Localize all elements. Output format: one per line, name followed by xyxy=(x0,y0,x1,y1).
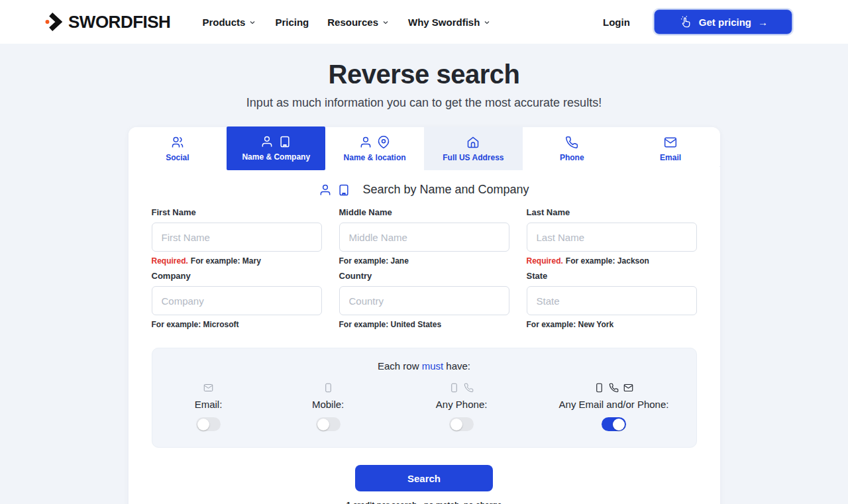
person-icon xyxy=(319,183,332,197)
field-last-name: Last Name Required.For example: Jackson xyxy=(527,207,697,266)
field-first-name: First Name Required.For example: Mary xyxy=(152,207,322,266)
chevron-down-icon xyxy=(248,19,256,26)
requirement-any-email-phone: Any Email and/or Phone: xyxy=(532,382,696,431)
top-navbar: SWORDFISH Products Pricing Resources Why… xyxy=(0,0,848,44)
swordfish-logo[interactable]: SWORDFISH xyxy=(45,12,170,32)
building-icon xyxy=(337,183,350,197)
row-requirements-panel: Each row must have: Email: Mobile: xyxy=(152,348,697,448)
email-icon xyxy=(664,136,677,149)
users-icon xyxy=(171,136,184,149)
mobile-icon xyxy=(323,383,333,393)
field-label: Company xyxy=(152,271,322,281)
must-emphasis: must xyxy=(422,360,444,372)
field-label: First Name xyxy=(152,207,322,217)
phone-icon xyxy=(609,383,619,393)
requirement-mobile: Mobile: xyxy=(264,382,391,431)
field-label: Middle Name xyxy=(339,207,509,217)
section-title: Search by Name and Company xyxy=(152,183,697,197)
building-icon xyxy=(278,135,292,148)
requirement-any-phone: Any Phone: xyxy=(392,382,532,431)
field-label: Last Name xyxy=(527,207,697,217)
home-icon xyxy=(466,136,480,149)
tab-full-us-address[interactable]: Full US Address xyxy=(424,127,523,170)
toggle-knob xyxy=(197,419,209,430)
tab-email[interactable]: Email xyxy=(621,127,720,170)
requirement-label: Any Email and/or Phone: xyxy=(559,399,669,410)
page-subtitle: Input as much information you can to get… xyxy=(0,96,848,110)
field-helper: For example: New York xyxy=(527,320,697,329)
toggle-knob xyxy=(613,419,625,430)
requirement-email: Email: xyxy=(152,382,265,431)
field-country: Country For example: United States xyxy=(339,271,509,329)
phone-icon xyxy=(565,136,578,149)
hero-section: Reverse search Input as much information… xyxy=(0,44,848,110)
requirement-label: Mobile: xyxy=(312,399,344,410)
mobile-icon xyxy=(594,383,604,393)
get-pricing-label: Get pricing xyxy=(699,17,751,28)
swordfish-chevron-icon xyxy=(45,12,62,32)
tab-social[interactable]: Social xyxy=(129,127,227,170)
search-button[interactable]: Search xyxy=(355,465,493,491)
envelope-icon xyxy=(623,383,633,393)
requirements-title: Each row must have: xyxy=(152,360,696,372)
requirement-label: Any Phone: xyxy=(436,399,488,410)
required-label: Required. xyxy=(527,256,563,266)
page-title: Reverse search xyxy=(0,60,848,89)
field-helper: Required.For example: Jackson xyxy=(527,256,697,266)
field-label: Country xyxy=(339,271,509,281)
tab-label: Social xyxy=(166,153,189,162)
mobile-icon xyxy=(449,383,459,393)
field-helper: For example: Microsoft xyxy=(152,320,322,329)
toggle-knob xyxy=(317,419,329,430)
any-email-phone-toggle[interactable] xyxy=(602,417,626,431)
person-icon xyxy=(260,135,274,148)
nav-why-swordfish[interactable]: Why Swordfish xyxy=(408,17,491,28)
field-state: State For example: New York xyxy=(527,271,697,329)
tab-name-location[interactable]: Name & location xyxy=(325,127,424,170)
tab-name-company[interactable]: Name & Company xyxy=(227,126,325,170)
envelope-icon xyxy=(203,383,213,393)
map-pin-icon xyxy=(377,136,390,149)
nav-products[interactable]: Products xyxy=(202,17,256,28)
person-icon xyxy=(359,136,372,149)
login-link[interactable]: Login xyxy=(603,17,630,28)
credit-note: 1 credit per search - no match, no charg… xyxy=(152,501,697,504)
field-helper: For example: United States xyxy=(339,320,509,329)
tab-label: Name & Company xyxy=(242,152,310,162)
field-helper: Required.For example: Mary xyxy=(152,256,322,266)
main-nav: Products Pricing Resources Why Swordfish xyxy=(202,17,491,28)
chevron-down-icon xyxy=(483,19,491,26)
section-title-text: Search by Name and Company xyxy=(362,183,529,197)
state-input[interactable] xyxy=(527,286,697,315)
tab-label: Full US Address xyxy=(443,153,504,162)
logo-text: SWORDFISH xyxy=(68,12,170,32)
field-helper: For example: Jane xyxy=(339,256,509,266)
nav-pricing[interactable]: Pricing xyxy=(275,17,309,28)
mobile-toggle[interactable] xyxy=(316,417,341,431)
tab-phone[interactable]: Phone xyxy=(523,127,621,170)
field-middle-name: Middle Name For example: Jane xyxy=(339,207,509,266)
toggle-knob xyxy=(450,419,462,430)
any-phone-toggle[interactable] xyxy=(449,417,474,431)
email-toggle[interactable] xyxy=(196,417,221,431)
phone-icon xyxy=(464,383,474,393)
first-name-input[interactable] xyxy=(152,223,322,252)
get-pricing-button[interactable]: Get pricing → xyxy=(654,9,792,34)
country-input[interactable] xyxy=(339,286,509,315)
click-hand-icon xyxy=(678,15,692,29)
field-company: Company For example: Microsoft xyxy=(152,271,322,329)
middle-name-input[interactable] xyxy=(339,223,509,252)
requirement-label: Email: xyxy=(195,399,223,410)
arrow-right-icon: → xyxy=(758,17,768,28)
field-label: State xyxy=(527,271,697,281)
search-form: First Name Required.For example: Mary Mi… xyxy=(152,207,697,329)
tab-label: Phone xyxy=(560,153,584,162)
nav-resources[interactable]: Resources xyxy=(327,17,390,28)
company-input[interactable] xyxy=(152,286,322,315)
chevron-down-icon xyxy=(382,19,390,26)
tab-label: Name & location xyxy=(344,153,406,162)
search-type-tabs: Social Name & Company xyxy=(129,127,720,167)
last-name-input[interactable] xyxy=(527,223,697,252)
required-label: Required. xyxy=(152,256,188,266)
tab-label: Email xyxy=(660,153,681,162)
